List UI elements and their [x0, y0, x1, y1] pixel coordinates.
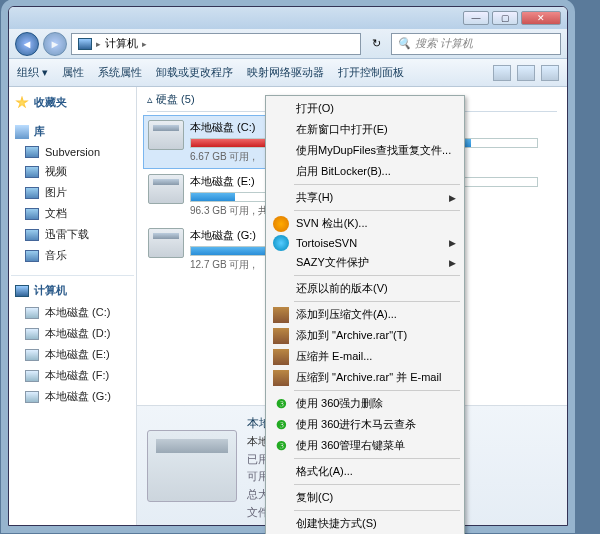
- search-icon: 🔍: [397, 37, 411, 50]
- drive-icon: [25, 328, 39, 340]
- menu-item-label: 创建快捷方式(S): [296, 516, 377, 531]
- menu-item[interactable]: 添加到 "Archive.rar"(T): [268, 325, 462, 346]
- menu-item[interactable]: ❸使用 360强力删除: [268, 393, 462, 414]
- rar-icon: [273, 328, 289, 344]
- drive-icon: [25, 370, 39, 382]
- control-panel-button[interactable]: 打开控制面板: [338, 65, 404, 80]
- menu-separator: [294, 210, 460, 211]
- folder-icon: [25, 187, 39, 199]
- sidebar-drive-item[interactable]: 本地磁盘 (F:): [11, 365, 134, 386]
- sidebar-item[interactable]: 视频: [11, 161, 134, 182]
- 360-icon: ❸: [273, 417, 289, 433]
- drive-icon: [148, 228, 184, 258]
- menu-item-label: 压缩并 E-mail...: [296, 349, 372, 364]
- star-icon: [15, 96, 29, 110]
- menu-item-label: 在新窗口中打开(E): [296, 122, 388, 137]
- menu-item[interactable]: 格式化(A)...: [268, 461, 462, 482]
- menu-item[interactable]: 添加到压缩文件(A)...: [268, 304, 462, 325]
- sidebar-drive-item[interactable]: 本地磁盘 (D:): [11, 323, 134, 344]
- rar-icon: [273, 370, 289, 386]
- menu-item-label: SAZY文件保护: [296, 255, 369, 270]
- menu-item[interactable]: ❸使用 360管理右键菜单: [268, 435, 462, 456]
- sidebar-item[interactable]: Subversion: [11, 143, 134, 161]
- back-button[interactable]: ◄: [15, 32, 39, 56]
- folder-icon: [25, 208, 39, 220]
- sidebar-computer-header[interactable]: 计算机: [11, 279, 134, 302]
- menu-item-label: 添加到压缩文件(A)...: [296, 307, 397, 322]
- folder-icon: [25, 229, 39, 241]
- menu-item[interactable]: SAZY文件保护▶: [268, 252, 462, 273]
- menu-item[interactable]: 复制(C): [268, 487, 462, 508]
- menu-item[interactable]: 共享(H)▶: [268, 187, 462, 208]
- sidebar-item-label: 本地磁盘 (E:): [45, 347, 110, 362]
- sidebar-item-label: 迅雷下载: [45, 227, 89, 242]
- folder-icon: [25, 146, 39, 158]
- drive-icon: [148, 120, 184, 150]
- search-placeholder: 搜索 计算机: [415, 36, 473, 51]
- map-drive-button[interactable]: 映射网络驱动器: [247, 65, 324, 80]
- sidebar-item-label: 本地磁盘 (C:): [45, 305, 110, 320]
- close-button[interactable]: ✕: [521, 11, 561, 25]
- refresh-icon[interactable]: ↻: [365, 37, 387, 50]
- rar-icon: [273, 307, 289, 323]
- title-bar: — ▢ ✕: [9, 7, 567, 29]
- sidebar-item[interactable]: 音乐: [11, 245, 134, 266]
- system-properties-button[interactable]: 系统属性: [98, 65, 142, 80]
- drive-icon: [25, 349, 39, 361]
- sidebar-item[interactable]: 图片: [11, 182, 134, 203]
- sidebar-drive-item[interactable]: 本地磁盘 (E:): [11, 344, 134, 365]
- rar-icon: [273, 349, 289, 365]
- tortoisesvn-icon: [273, 235, 289, 251]
- menu-item[interactable]: ❸使用 360进行木马云查杀: [268, 414, 462, 435]
- menu-item[interactable]: TortoiseSVN▶: [268, 234, 462, 252]
- menu-separator: [294, 510, 460, 511]
- drive-icon: [25, 391, 39, 403]
- preview-pane-icon[interactable]: [517, 65, 535, 81]
- sidebar-favorites-header[interactable]: 收藏夹: [11, 91, 134, 114]
- menu-item[interactable]: SVN 检出(K)...: [268, 213, 462, 234]
- menu-separator: [294, 275, 460, 276]
- menu-separator: [294, 184, 460, 185]
- menu-item-label: 格式化(A)...: [296, 464, 353, 479]
- sidebar-drive-item[interactable]: 本地磁盘 (C:): [11, 302, 134, 323]
- menu-item[interactable]: 打开(O): [268, 98, 462, 119]
- uninstall-button[interactable]: 卸载或更改程序: [156, 65, 233, 80]
- menu-item[interactable]: 压缩到 "Archive.rar" 并 E-mail: [268, 367, 462, 388]
- breadcrumb-computer[interactable]: 计算机: [105, 36, 138, 51]
- sidebar-item[interactable]: 迅雷下载: [11, 224, 134, 245]
- context-menu: 打开(O)在新窗口中打开(E)使用MyDupFiles查找重复文件...启用 B…: [265, 95, 465, 534]
- menu-item[interactable]: 还原以前的版本(V): [268, 278, 462, 299]
- menu-item[interactable]: 创建快捷方式(S): [268, 513, 462, 534]
- help-icon[interactable]: [541, 65, 559, 81]
- toolbar: 组织 ▾ 属性 系统属性 卸载或更改程序 映射网络驱动器 打开控制面板: [9, 59, 567, 87]
- maximize-button[interactable]: ▢: [492, 11, 518, 25]
- view-icon[interactable]: [493, 65, 511, 81]
- menu-item[interactable]: 启用 BitLocker(B)...: [268, 161, 462, 182]
- minimize-button[interactable]: —: [463, 11, 489, 25]
- sidebar-item-label: 本地磁盘 (F:): [45, 368, 109, 383]
- submenu-arrow-icon: ▶: [449, 193, 456, 203]
- sidebar: 收藏夹 库 Subversion视频图片文档迅雷下载音乐 计算机 本地磁盘 (C…: [9, 87, 137, 525]
- menu-item-label: 还原以前的版本(V): [296, 281, 388, 296]
- drive-icon: [25, 307, 39, 319]
- menu-item-label: 打开(O): [296, 101, 334, 116]
- address-bar: ◄ ► ▸ 计算机 ▸ ↻ 🔍 搜索 计算机: [9, 29, 567, 59]
- folder-icon: [25, 250, 39, 262]
- organize-menu[interactable]: 组织 ▾: [17, 65, 48, 80]
- search-input[interactable]: 🔍 搜索 计算机: [391, 33, 561, 55]
- folder-icon: [25, 166, 39, 178]
- menu-item[interactable]: 压缩并 E-mail...: [268, 346, 462, 367]
- properties-button[interactable]: 属性: [62, 65, 84, 80]
- menu-item-label: 压缩到 "Archive.rar" 并 E-mail: [296, 370, 441, 385]
- forward-button[interactable]: ►: [43, 32, 67, 56]
- sidebar-drive-item[interactable]: 本地磁盘 (G:): [11, 386, 134, 407]
- menu-item[interactable]: 使用MyDupFiles查找重复文件...: [268, 140, 462, 161]
- address-field[interactable]: ▸ 计算机 ▸: [71, 33, 361, 55]
- 360-icon: ❸: [273, 438, 289, 454]
- menu-item-label: 添加到 "Archive.rar"(T): [296, 328, 407, 343]
- sidebar-libraries-header[interactable]: 库: [11, 120, 134, 143]
- menu-item-label: TortoiseSVN: [296, 237, 357, 249]
- menu-item-label: 共享(H): [296, 190, 333, 205]
- menu-item[interactable]: 在新窗口中打开(E): [268, 119, 462, 140]
- sidebar-item[interactable]: 文档: [11, 203, 134, 224]
